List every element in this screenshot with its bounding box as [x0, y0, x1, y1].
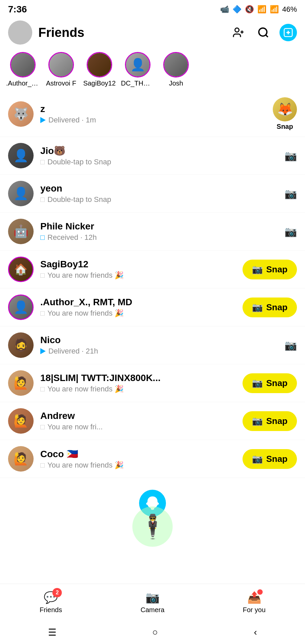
camera-nav-label: Camera [140, 606, 164, 614]
friend-item-phile[interactable]: 🤖 Phile Nicker □ Received · 12h 📷 [0, 213, 305, 251]
search-button[interactable] [255, 24, 272, 41]
friend-info: SagiBoy12 □ You are now friends 🎉 [40, 259, 243, 280]
friend-status: □ You are now friends 🎉 [40, 385, 243, 393]
add-snap-button[interactable] [279, 24, 297, 41]
friends-nav-icon: 💬 2 [44, 591, 58, 604]
delivered-icon [40, 348, 46, 354]
friend-name: Phile Nicker [40, 221, 285, 232]
friend-item-coco[interactable]: 🙋 Coco 🇵🇭 □ You are now friends 🎉 📷 Snap [0, 440, 305, 478]
chat-icon: □ [40, 158, 45, 166]
status-bar: 7:36 📹 🔷 🔇 📶 📶 46% [0, 0, 305, 17]
friend-avatar: 🙋 [8, 446, 34, 472]
nav-friends[interactable]: 💬 2 Friends [0, 591, 102, 614]
friend-status: □ Double-tap to Snap [40, 195, 285, 204]
friend-info: 18|SLIM| TWTT:JINX800K... □ You are now … [40, 373, 243, 393]
android-recent-button[interactable]: ☰ [38, 624, 67, 641]
story-label: DC_THE_K... [121, 79, 155, 87]
friend-item-jio[interactable]: 👤 Jio🐻 □ Double-tap to Snap 📷 [0, 137, 305, 175]
status-text: Double-tap to Snap [47, 195, 111, 204]
friend-avatar: 🙋 [8, 370, 34, 396]
friend-name: Nico [40, 335, 285, 345]
story-avatar[interactable] [10, 52, 36, 77]
battery-icon: 46% [282, 5, 297, 14]
android-home-button[interactable]: ○ [142, 624, 168, 641]
android-back-button[interactable]: ‹ [244, 624, 267, 641]
story-item[interactable]: SagiBoy12 [83, 52, 116, 87]
friend-status: □ You are now friends 🎉 [40, 461, 243, 470]
snap-button[interactable]: 📷 Snap [243, 411, 297, 431]
friend-item-author[interactable]: 👤 .Author_X., RMT, MD □ You are now frie… [0, 288, 305, 326]
friend-avatar: 👤 [8, 143, 34, 168]
friend-avatar: 🐺 [8, 101, 34, 127]
friend-info: z Delivered · 1m [40, 104, 273, 124]
story-item[interactable]: 👤 DC_THE_K... [121, 52, 155, 87]
friend-item-yeon[interactable]: 👤 yeon □ Double-tap to Snap 📷 [0, 175, 305, 213]
nav-foryou[interactable]: 📤 For you [203, 591, 305, 614]
story-avatar[interactable] [87, 52, 112, 77]
camera-icon[interactable]: 📷 [285, 226, 297, 237]
camera-icon[interactable]: 📷 [285, 188, 297, 200]
camera-icon[interactable]: 📷 [285, 150, 297, 162]
add-friend-button[interactable] [230, 24, 247, 41]
snap-button[interactable]: 📷 Snap [243, 449, 297, 469]
story-item[interactable]: Josh [159, 52, 193, 87]
snap-label: Snap [277, 123, 293, 130]
snap-label: Snap [266, 302, 288, 313]
stories-row: .Author_X.,... Astrovoi F SagiBoy12 👤 DC… [0, 48, 305, 91]
status-icons: 📹 🔷 🔇 📶 📶 46% [220, 5, 297, 14]
friend-item-sagi[interactable]: 🏠 SagiBoy12 □ You are now friends 🎉 📷 Sn… [0, 251, 305, 288]
nav-camera[interactable]: 📷 Camera [102, 591, 204, 614]
story-item[interactable]: .Author_X.,... [6, 52, 40, 87]
chat-icon: □ [40, 461, 45, 470]
snap-avatar[interactable]: 🦊 [273, 97, 297, 121]
camera-icon[interactable]: 📷 [285, 339, 297, 351]
friend-name: Jio🐻 [40, 145, 285, 156]
header: Friends [0, 17, 305, 48]
snap-button[interactable]: 📷 Snap [243, 298, 297, 317]
status-text: You are now friends 🎉 [47, 309, 124, 318]
status-time: 7:36 [8, 4, 27, 15]
story-avatar[interactable] [48, 52, 74, 77]
chat-icon: □ [40, 271, 45, 280]
story-avatar[interactable]: 👤 [125, 52, 150, 77]
friend-item-andrew[interactable]: 🙋 Andrew □ You are now fri... 📷 Snap [0, 402, 305, 440]
friend-status: □ You are now fri... [40, 423, 243, 431]
friend-avatar: 🤖 [8, 219, 34, 244]
friend-info: .Author_X., RMT, MD □ You are now friend… [40, 297, 243, 318]
story-label: .Author_X.,... [6, 79, 40, 87]
snap-button[interactable]: 📷 Snap [243, 260, 297, 279]
snap-label: Snap [266, 264, 288, 275]
snap-label: Snap [266, 454, 288, 464]
foryou-nav-icon: 📤 [247, 591, 261, 604]
status-text: Double-tap to Snap [47, 158, 111, 166]
friend-status: □ Received · 12h [40, 233, 285, 242]
snap-action[interactable]: 🦊 Snap [273, 97, 297, 130]
status-text: You are now fri... [47, 423, 102, 431]
chat-icon-blue: □ [40, 233, 45, 242]
chat-icon: □ [40, 385, 45, 393]
status-text: You are now friends 🎉 [47, 385, 124, 393]
snap-camera-icon: 📷 [252, 302, 263, 313]
friend-info: Andrew □ You are now fri... [40, 411, 243, 431]
snap-camera-icon: 📷 [252, 416, 263, 426]
friend-name: yeon [40, 183, 285, 194]
friend-item-z[interactable]: 🐺 z Delivered · 1m 🦊 Snap [0, 91, 305, 137]
wifi-icon: 📶 [257, 5, 266, 14]
friend-status: □ You are now friends 🎉 [40, 309, 243, 318]
signal-icon: 📶 [270, 5, 279, 14]
snap-button[interactable]: 📷 Snap [243, 373, 297, 393]
status-text: Delivered · 1m [48, 116, 96, 124]
user-avatar[interactable] [8, 20, 32, 45]
friend-name: Andrew [40, 411, 243, 421]
friend-item-18slim[interactable]: 🙋 18|SLIM| TWTT:JINX800K... □ You are no… [0, 364, 305, 402]
story-item[interactable]: Astrovoi F [44, 52, 78, 87]
friend-name: 18|SLIM| TWTT:JINX800K... [40, 373, 243, 383]
story-avatar[interactable] [163, 52, 189, 77]
snap-camera-icon: 📷 [252, 378, 263, 388]
story-label: SagiBoy12 [83, 79, 116, 87]
friend-avatar: 🧔 [8, 332, 34, 358]
friend-avatar: 👤 [8, 181, 34, 206]
friend-item-nico[interactable]: 🧔 Nico Delivered · 21h 📷 [0, 326, 305, 364]
avatar-figure: 🕴️ [132, 506, 173, 547]
friend-status: □ You are now friends 🎉 [40, 271, 243, 280]
